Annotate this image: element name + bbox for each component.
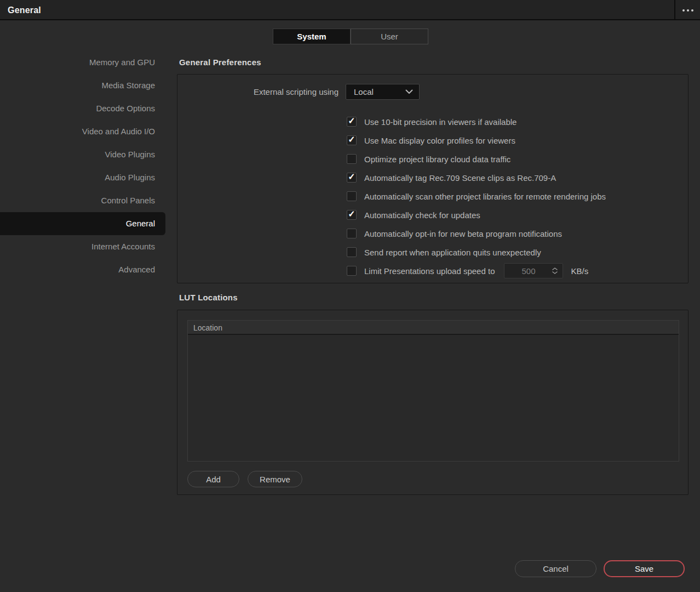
general-preferences-panel: External scripting using Local ✓Use 10-b… [177, 74, 688, 283]
checked-checkbox-use-mac-display-color-profiles-for-viewe[interactable]: ✓ [347, 135, 357, 145]
unchecked-checkbox-automatically-scan-other-project-librari[interactable]: ✓ [347, 191, 357, 201]
checkbox-label: Use 10-bit precision in viewers if avail… [364, 117, 517, 127]
sidebar-item-control-panels[interactable]: Control Panels [0, 189, 165, 212]
sidebar-item-audio-plugins[interactable]: Audio Plugins [0, 166, 165, 189]
sidebar-item-decode-options[interactable]: Decode Options [0, 97, 165, 120]
dropdown-selected-value: Local [346, 87, 405, 96]
lut-locations-panel: Location Add Remove [177, 310, 688, 495]
ellipsis-icon [687, 9, 689, 12]
title-bar: General [0, 0, 700, 20]
upload-speed-value: 500 [504, 266, 552, 276]
tab-system[interactable]: System [273, 29, 351, 44]
external-scripting-dropdown[interactable]: Local [346, 84, 420, 100]
checkbox-row: ✓Send report when application quits unex… [347, 243, 606, 261]
spinner-arrows[interactable] [552, 267, 558, 274]
sidebar: Memory and GPUMedia StorageDecode Option… [0, 51, 165, 281]
sidebar-item-advanced[interactable]: Advanced [0, 258, 165, 281]
unchecked-checkbox-automatically-opt-in-for-new-beta-progra[interactable]: ✓ [347, 229, 357, 238]
checkbox-row: ✓Automatically scan other project librar… [347, 187, 606, 206]
remove-button[interactable]: Remove [248, 471, 302, 487]
preferences-window: General SystemUser Memory and GPUMedia S… [0, 0, 700, 592]
lut-locations-table[interactable]: Location [187, 320, 679, 462]
ellipsis-icon [682, 9, 685, 12]
checkbox-row: ✓Automatically opt-in for new beta progr… [347, 224, 606, 243]
tab-bar: SystemUser [273, 29, 428, 44]
checkbox-row: ✓Automatically tag Rec.709 Scene clips a… [347, 168, 606, 187]
sidebar-item-internet-accounts[interactable]: Internet Accounts [0, 235, 165, 258]
cancel-button[interactable]: Cancel [515, 560, 596, 577]
lut-locations-heading: LUT Locations [179, 293, 238, 302]
chevron-down-icon [405, 89, 413, 94]
sidebar-item-video-and-audio-i-o[interactable]: Video and Audio I/O [0, 120, 165, 143]
checkmark-icon: ✓ [348, 173, 355, 181]
unchecked-checkbox-limit-presentations-upload-speed-to[interactable]: ✓ [347, 266, 357, 276]
checkbox-label: Automatically check for updates [364, 210, 480, 220]
upload-speed-unit: KB/s [571, 266, 588, 276]
checkmark-icon: ✓ [348, 117, 355, 126]
checked-checkbox-automatically-check-for-updates[interactable]: ✓ [347, 210, 357, 220]
unchecked-checkbox-send-report-when-application-quits-unexp[interactable]: ✓ [347, 247, 357, 257]
external-scripting-label: External scripting using [177, 84, 338, 100]
checkbox-label: Automatically tag Rec.709 Scene clips as… [364, 173, 556, 183]
checked-checkbox-use-10-bit-precision-in-viewers-if-avail[interactable]: ✓ [347, 117, 357, 127]
checkbox-row: ✓Optimize project library cloud data tra… [347, 150, 606, 168]
window-title: General [8, 0, 41, 20]
location-column-header: Location [188, 321, 679, 335]
sidebar-item-media-storage[interactable]: Media Storage [0, 74, 165, 97]
sidebar-item-memory-and-gpu[interactable]: Memory and GPU [0, 51, 165, 74]
add-button[interactable]: Add [187, 471, 239, 487]
checkbox-list: ✓Use 10-bit precision in viewers if avai… [347, 112, 606, 280]
ellipsis-icon [691, 9, 693, 12]
checkbox-row: ✓Use 10-bit precision in viewers if avai… [347, 112, 606, 131]
chevron-up-icon [552, 267, 558, 270]
checkbox-label: Automatically opt-in for new beta progra… [364, 229, 562, 238]
sidebar-item-video-plugins[interactable]: Video Plugins [0, 143, 165, 166]
save-button[interactable]: Save [604, 560, 685, 577]
checked-checkbox-automatically-tag-rec-709-scene-clips-as[interactable]: ✓ [347, 173, 357, 183]
checkmark-icon: ✓ [348, 210, 355, 219]
checkbox-label: Use Mac display color profiles for viewe… [364, 136, 515, 145]
options-menu-button[interactable] [674, 0, 700, 20]
checkbox-row: ✓Limit Presentations upload speed to500K… [347, 261, 606, 280]
checkbox-label: Limit Presentations upload speed to [364, 266, 495, 276]
checkbox-row: ✓Use Mac display color profiles for view… [347, 131, 606, 150]
tab-user[interactable]: User [351, 29, 428, 44]
chevron-down-icon [552, 271, 558, 274]
upload-speed-spinner[interactable]: 500 [504, 263, 563, 278]
checkbox-label: Optimize project library cloud data traf… [364, 155, 510, 164]
general-preferences-heading: General Preferences [179, 58, 261, 67]
checkbox-label: Send report when application quits unexp… [364, 248, 541, 257]
checkbox-label: Automatically scan other project librari… [364, 192, 606, 201]
checkmark-icon: ✓ [348, 135, 355, 144]
checkbox-row: ✓Automatically check for updates [347, 206, 606, 224]
unchecked-checkbox-optimize-project-library-cloud-data-traf[interactable]: ✓ [347, 154, 357, 164]
sidebar-item-general[interactable]: General [0, 212, 165, 235]
